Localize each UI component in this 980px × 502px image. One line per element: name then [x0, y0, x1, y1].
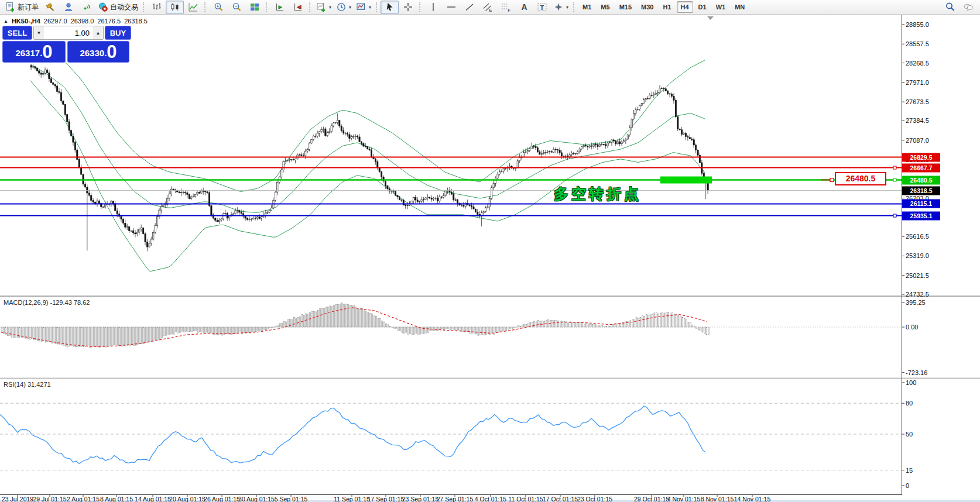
rsi-indicator-label: RSI(14) 31.4271 [4, 381, 51, 388]
auto-scroll-button[interactable] [270, 1, 289, 14]
text-icon: A [519, 2, 529, 12]
trendline-button[interactable] [460, 1, 478, 14]
timeframe-mn[interactable]: MN [731, 1, 749, 13]
one-click-trading-panel: SELL ▼ ▲ BUY 26317.0 26330.0 [2, 26, 131, 63]
profile-icon [63, 2, 74, 12]
zoom-out-icon [231, 2, 242, 12]
text-label-button[interactable]: T [533, 1, 551, 14]
macd-indicator-label: MACD(12,26,9) -129.43 78.62 [4, 299, 90, 306]
svg-text:F: F [508, 8, 510, 13]
fibonacci-icon: F [501, 2, 511, 12]
community-button[interactable] [959, 1, 977, 14]
price-tick-label: 25021.5 [906, 272, 929, 279]
date-tick-label: 2 Aug 01:15 [67, 496, 100, 502]
date-tick-label: 14 Nov 01:15 [734, 496, 770, 502]
low-value: 26176.5 [97, 18, 121, 25]
volume-input[interactable] [44, 26, 93, 39]
community-icon [963, 2, 974, 12]
tile-windows-button[interactable] [245, 1, 263, 14]
chart-shift-button[interactable] [289, 1, 307, 14]
search-button[interactable] [941, 1, 959, 14]
chart-text-annotation[interactable]: 多空转折点 [554, 184, 642, 204]
date-tick-label: 17 Oct 01:15 [543, 496, 578, 502]
trendline-icon [464, 2, 475, 12]
date-tick-label: 29 Jul 01:15 [33, 496, 66, 502]
horizontal-line-icon [446, 2, 457, 12]
toolbar-separator [573, 2, 575, 12]
arrows-icon [553, 2, 564, 12]
text-button[interactable]: A [515, 1, 533, 14]
timeframe-h1[interactable]: H1 [659, 1, 675, 13]
timeframe-m30[interactable]: M30 [637, 1, 657, 13]
vertical-line-button[interactable] [424, 1, 442, 14]
price-tick-label: 27673.5 [906, 98, 929, 105]
templates-icon [356, 2, 366, 12]
dropdown-caret-icon[interactable]: ▾ [349, 5, 351, 10]
date-tick-label: 4 Nov 01:15 [667, 496, 701, 502]
gavel-icon [45, 2, 56, 12]
high-value: 26398.0 [71, 18, 94, 25]
chart-canvas[interactable] [0, 0, 980, 502]
autotrading-button[interactable]: 自动交易 [95, 1, 141, 14]
arrows-button[interactable]: ▾ [551, 1, 571, 14]
crosshair-icon [403, 2, 413, 12]
periods-button[interactable]: ▾ [334, 1, 354, 14]
zoom-in-button[interactable] [209, 1, 227, 14]
svg-text:E: E [489, 8, 492, 13]
templates-button[interactable]: ▾ [354, 1, 374, 14]
volume-increase-button[interactable]: ▲ [93, 26, 103, 39]
ask-price-display[interactable]: 26330.0 [67, 41, 129, 63]
autotrading-icon [98, 2, 108, 12]
main-toolbar: 新订单自动交易▾▾▾EFAT▾M1M5M15M30H1H4D1W1MN [0, 0, 980, 15]
timeframe-h4[interactable]: H4 [677, 1, 693, 13]
fibonacci-button[interactable]: F [496, 1, 515, 14]
timeframe-m1[interactable]: M1 [578, 1, 595, 13]
sell-button[interactable]: SELL [2, 26, 32, 40]
price-tick-label: 28557.5 [906, 40, 929, 47]
cursor-icon [385, 2, 395, 12]
profile-button[interactable] [59, 1, 77, 14]
ask-price-main: 26330. [80, 46, 107, 61]
line-chart-icon [188, 2, 198, 12]
bid-price-big-digit: 0 [42, 43, 52, 61]
buy-button[interactable]: BUY [105, 26, 131, 40]
new-order-label: 新订单 [18, 2, 39, 12]
date-tick-label: 14 Aug 01:15 [135, 496, 171, 502]
price-callout-label[interactable]: 26480.5 [835, 172, 886, 185]
horizontal-line-button[interactable] [442, 1, 460, 14]
gavel-button[interactable] [41, 1, 59, 14]
collapse-arrow-icon[interactable]: ▲ [4, 19, 8, 24]
date-tick-label: 27 Sep 01:15 [437, 496, 473, 502]
timeframe-m5[interactable]: M5 [597, 1, 614, 13]
bar-chart-button[interactable] [148, 1, 166, 14]
open-value: 26297.0 [44, 18, 67, 25]
new-chart-button[interactable]: ▾ [314, 1, 334, 14]
timeframe-m15[interactable]: M15 [615, 1, 636, 13]
rsi-tick-label: 0 [906, 482, 909, 489]
timeframe-d1[interactable]: D1 [694, 1, 711, 13]
rsi-tick-label: 100 [906, 379, 916, 386]
date-tick-label: 23 Sep 01:15 [402, 496, 438, 502]
line-chart-button[interactable] [184, 1, 202, 14]
dropdown-caret-icon[interactable]: ▾ [369, 5, 371, 10]
price-tick-label: 28855.0 [906, 21, 929, 28]
timeframe-w1[interactable]: W1 [712, 1, 730, 13]
price-tick-label: 27971.0 [906, 79, 929, 86]
bid-price-display[interactable]: 26317.0 [2, 41, 66, 63]
cursor-button[interactable] [381, 1, 399, 14]
crosshair-button[interactable] [399, 1, 417, 14]
volume-decrease-button[interactable]: ▼ [34, 26, 44, 39]
price-badge: 26115.1 [902, 200, 940, 208]
zoom-out-button[interactable] [227, 1, 245, 14]
signals-button[interactable] [77, 1, 95, 14]
equidistant-channel-icon: E [482, 2, 493, 12]
new-order-button[interactable]: 新订单 [3, 1, 41, 14]
toolbar-separator [376, 2, 378, 12]
dropdown-caret-icon[interactable]: ▾ [566, 5, 568, 10]
dropdown-caret-icon[interactable]: ▾ [329, 5, 331, 10]
date-tick-label: 23 Oct 01:15 [577, 496, 612, 502]
price-badge: 26667.7 [902, 163, 940, 172]
candlestick-chart-button[interactable] [166, 1, 184, 14]
autotrading-label: 自动交易 [110, 2, 138, 12]
equidistant-channel-button[interactable]: E [478, 1, 496, 14]
